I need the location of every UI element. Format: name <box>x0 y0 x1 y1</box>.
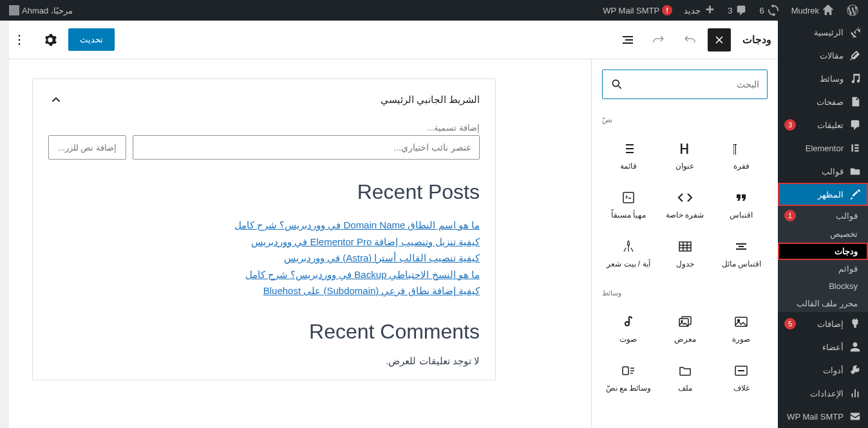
search-wrap[interactable] <box>602 70 768 99</box>
smtp-label: WP Mail SMTP <box>603 6 659 15</box>
list-view-button[interactable] <box>615 27 641 53</box>
redo-button[interactable] <box>677 27 703 53</box>
block-label: ملف <box>678 384 692 393</box>
editor: ودجات تحديث نصّ ¶فقرةعنوانقائمةاقتباسشفر… <box>0 21 778 428</box>
block-label: معرض <box>674 335 696 344</box>
block-label: اقتباس مائل <box>722 259 761 268</box>
block-label: وسائط مع نصّ <box>606 384 652 393</box>
tools-icon <box>849 364 862 377</box>
menu-pages[interactable]: صفحات <box>778 90 868 113</box>
plugin-icon <box>849 317 862 330</box>
submenu-widgets[interactable]: ودجات <box>778 243 868 260</box>
svg-point-7 <box>612 80 619 86</box>
block-icon <box>733 239 749 254</box>
wordpress-icon <box>846 4 859 17</box>
update-button[interactable]: تحديث <box>68 28 115 51</box>
wp-logo[interactable] <box>842 0 863 21</box>
new-link[interactable]: جديد <box>680 0 720 21</box>
block-item[interactable]: ¶فقرة <box>715 133 768 178</box>
admin-sidebar: الرئيسية مقالات وسائط صفحات تعليقات3 Ele… <box>778 21 868 428</box>
settings-button[interactable] <box>37 27 63 53</box>
pages-icon <box>849 95 862 108</box>
search-icon <box>610 78 623 91</box>
menu-comments[interactable]: تعليقات3 <box>778 113 868 136</box>
user-icon <box>849 340 862 353</box>
editor-header: ودجات تحديث <box>0 21 778 59</box>
block-icon <box>733 314 749 330</box>
block-icon <box>621 314 636 330</box>
svg-point-4 <box>19 35 21 37</box>
post-link[interactable]: كيفية تنصيب القالب أسترا (Astra) في وورد… <box>48 250 480 266</box>
svg-rect-0 <box>851 144 853 151</box>
media-icon <box>849 72 862 85</box>
placeholder-input[interactable] <box>133 135 480 160</box>
updates-link[interactable]: 6 <box>755 0 783 21</box>
submenu-customize[interactable]: تخصيص <box>778 225 868 243</box>
menu-tools[interactable]: أدوات <box>778 358 868 382</box>
user-greeting[interactable]: مرحبًا، Ahmad <box>5 0 77 21</box>
plus-icon <box>703 4 716 17</box>
block-item[interactable]: شفرة خاصة <box>659 182 712 227</box>
dashboard-icon <box>849 26 862 39</box>
submenu-menus[interactable]: قوائم <box>778 260 868 277</box>
block-item[interactable]: مهيأ مسبقاً <box>602 182 655 227</box>
menu-elementor[interactable]: Elementor <box>778 136 868 160</box>
menu-appearance[interactable]: المظهر <box>778 183 868 206</box>
post-link[interactable]: ما هو اسم النطاق Domain Name في ووردبريس… <box>48 217 480 234</box>
block-item[interactable]: قائمة <box>602 133 655 178</box>
submenu-theme-editor[interactable]: محرر ملف القالب <box>778 295 868 312</box>
post-link[interactable]: كيفية إضافة نطاق فرعي (Subdomain) على Bl… <box>48 283 480 299</box>
comments-icon <box>849 118 862 131</box>
block-icon <box>677 239 693 254</box>
block-icon <box>621 141 636 156</box>
submenu-blocksy[interactable]: Blocksy <box>778 277 868 295</box>
block-inserter: نصّ ¶فقرةعنوانقائمةاقتباسشفرة خاصةمهيأ م… <box>591 59 778 428</box>
menu-users[interactable]: أعضاء <box>778 335 868 358</box>
options-button[interactable] <box>6 27 32 53</box>
comments-link[interactable]: 3 <box>724 0 751 21</box>
scrollbar[interactable] <box>0 59 9 428</box>
block-item[interactable]: صورة <box>715 306 768 351</box>
block-item[interactable]: وسائط مع نصّ <box>602 355 655 400</box>
menu-wp-mail-smtp[interactable]: WP Mail SMTP <box>778 405 868 428</box>
button-text-input[interactable]: إضافة نص للزر... <box>48 135 126 160</box>
block-item[interactable]: ملف <box>659 355 712 400</box>
block-item[interactable]: اقتباس <box>715 182 768 227</box>
site-link[interactable]: Mudrek <box>788 0 838 21</box>
post-link[interactable]: كيفية تنزيل وتنصيب إضافة Elementor Pro ف… <box>48 234 480 250</box>
block-icon <box>677 314 693 330</box>
chevron-up-icon <box>48 92 64 107</box>
menu-posts[interactable]: مقالات <box>778 44 868 67</box>
widget-area-main: الشريط الجانبي الرئيسي إضافة تسمية... إض… <box>32 79 496 380</box>
comment-icon <box>735 4 748 17</box>
menu-settings[interactable]: الإعدادات <box>778 382 868 405</box>
block-item[interactable]: معرض <box>659 306 712 351</box>
home-icon <box>822 4 835 17</box>
close-button[interactable] <box>708 28 731 51</box>
menu-plugins[interactable]: إضافات5 <box>778 312 868 335</box>
menu-dashboard[interactable]: الرئيسية <box>778 21 868 44</box>
update-icon <box>767 4 780 17</box>
widget-area-header[interactable]: الشريط الجانبي الرئيسي <box>48 92 480 107</box>
search-input[interactable] <box>623 79 759 89</box>
block-label: مهيأ مسبقاً <box>611 210 646 219</box>
post-link[interactable]: ما هو النسخ الاحتياطي Backup في ووردبريس… <box>48 266 480 283</box>
block-item[interactable]: آية / بيت شعر <box>602 231 655 276</box>
smtp-link[interactable]: !WP Mail SMTP <box>599 0 676 21</box>
svg-point-17 <box>681 321 683 322</box>
block-icon <box>677 141 693 156</box>
block-label: شفرة خاصة <box>666 210 704 219</box>
block-icon <box>621 363 636 378</box>
block-icon <box>621 190 636 205</box>
undo-button[interactable] <box>646 27 672 53</box>
block-icon <box>733 363 749 378</box>
block-item[interactable]: اقتباس مائل <box>715 231 768 276</box>
block-label: فقرة <box>733 162 750 171</box>
block-item[interactable]: صوت <box>602 306 655 351</box>
block-item[interactable]: عنوان <box>659 133 712 178</box>
menu-templates[interactable]: قوالب <box>778 160 868 183</box>
block-item[interactable]: جدول <box>659 231 712 276</box>
submenu-themes[interactable]: قوالب1 <box>778 206 868 225</box>
block-item[interactable]: غلاف <box>715 355 768 400</box>
menu-media[interactable]: وسائط <box>778 67 868 90</box>
